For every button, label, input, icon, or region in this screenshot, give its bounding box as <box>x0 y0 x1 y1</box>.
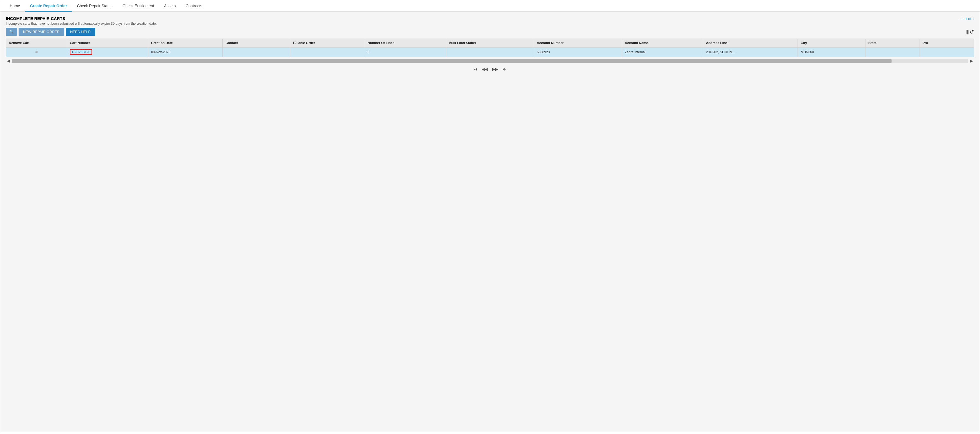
pagination-info: 1 - 1 of 1 <box>960 16 974 21</box>
account-name-cell: Zebra Internal <box>622 48 703 57</box>
state-cell <box>865 48 920 57</box>
toolbar-right: ||| ↺ <box>966 29 974 35</box>
col-header-creation-date: Creation Date <box>148 39 223 48</box>
cart-number-cell[interactable]: 1-2C26B126 <box>67 48 148 57</box>
contact-cell <box>223 48 290 57</box>
search-icon: 🔍 <box>9 30 14 34</box>
scrollbar-thumb <box>12 59 891 63</box>
new-repair-order-button[interactable]: NEW REPAIR ORDER <box>19 28 64 36</box>
prev-page-button[interactable]: ◀◀ <box>480 66 489 72</box>
navigation: HomeCreate Repair OrderCheck Repair Stat… <box>0 0 980 12</box>
horizontal-scrollbar[interactable] <box>12 59 968 63</box>
first-page-button[interactable]: ⏮ <box>472 66 478 72</box>
remove-cart-cell[interactable]: × <box>6 48 67 57</box>
col-header-address-line-1: Address Line 1 <box>703 39 798 48</box>
nav-item-assets[interactable]: Assets <box>159 0 181 12</box>
table-row[interactable]: ×1-2C26B12609-Nov-202306088923Zebra Inte… <box>6 48 974 57</box>
col-header-account-name: Account Name <box>622 39 703 48</box>
col-header-bulk-load-status: Bulk Load Status <box>446 39 534 48</box>
scroll-right-arrow[interactable]: ▶ <box>969 58 974 64</box>
col-header-remove-cart: Remove Cart <box>6 39 67 48</box>
col-header-cart-number: Cart Number <box>67 39 148 48</box>
pagination-controls: ⏮ ◀◀ ▶▶ ⏭ <box>6 65 974 73</box>
nav-item-check-repair-status[interactable]: Check Repair Status <box>72 0 117 12</box>
next-page-button[interactable]: ▶▶ <box>491 66 500 72</box>
address-line-1-cell: 201/202, SENTIN... <box>703 48 798 57</box>
section-subtitle: Incomplete carts that have not been subm… <box>6 22 157 26</box>
toolbar-left: 🔍 NEW REPAIR ORDER NEED HELP <box>6 28 95 36</box>
bulk-load-status-cell <box>446 48 534 57</box>
col-header-contact: Contact <box>223 39 290 48</box>
col-header-pro: Pro <box>920 39 974 48</box>
city-cell: MUMBAI <box>798 48 865 57</box>
nav-item-check-entitlement[interactable]: Check Entitlement <box>118 0 159 12</box>
table-wrapper: Remove Cart Cart Number Creation Date Co… <box>6 38 974 57</box>
nav-item-create-repair-order[interactable]: Create Repair Order <box>25 0 72 12</box>
col-header-billable-order: Billable Order <box>290 39 365 48</box>
search-button[interactable]: 🔍 <box>6 28 17 36</box>
col-header-city: City <box>798 39 865 48</box>
toolbar: 🔍 NEW REPAIR ORDER NEED HELP ||| ↺ <box>6 28 974 36</box>
repair-carts-table: Remove Cart Cart Number Creation Date Co… <box>6 39 974 57</box>
last-page-button[interactable]: ⏭ <box>502 66 508 72</box>
section-header: INCOMPLETE REPAIR CARTS Incomplete carts… <box>6 16 974 26</box>
billable-order-cell <box>290 48 365 57</box>
scroll-left-arrow[interactable]: ◀ <box>6 58 11 64</box>
section-title: INCOMPLETE REPAIR CARTS <box>6 16 157 21</box>
section-title-block: INCOMPLETE REPAIR CARTS Incomplete carts… <box>6 16 157 26</box>
nav-item-home[interactable]: Home <box>5 0 25 12</box>
account-number-cell: 6088923 <box>534 48 622 57</box>
number-of-lines-cell: 0 <box>365 48 446 57</box>
col-header-number-of-lines: Number Of Lines <box>365 39 446 48</box>
need-help-button[interactable]: NEED HELP <box>66 28 95 36</box>
cart-number-link[interactable]: 1-2C26B126 <box>70 49 92 55</box>
nav-item-contracts[interactable]: Contracts <box>181 0 207 12</box>
refresh-icon[interactable]: ↺ <box>969 29 974 35</box>
main-content: INCOMPLETE REPAIR CARTS Incomplete carts… <box>0 12 980 432</box>
columns-icon[interactable]: ||| <box>966 29 968 35</box>
table-header-row: Remove Cart Cart Number Creation Date Co… <box>6 39 974 48</box>
col-header-state: State <box>865 39 920 48</box>
creation-date-cell: 09-Nov-2023 <box>148 48 223 57</box>
col-header-account-number: Account Number <box>534 39 622 48</box>
pro-cell <box>920 48 974 57</box>
